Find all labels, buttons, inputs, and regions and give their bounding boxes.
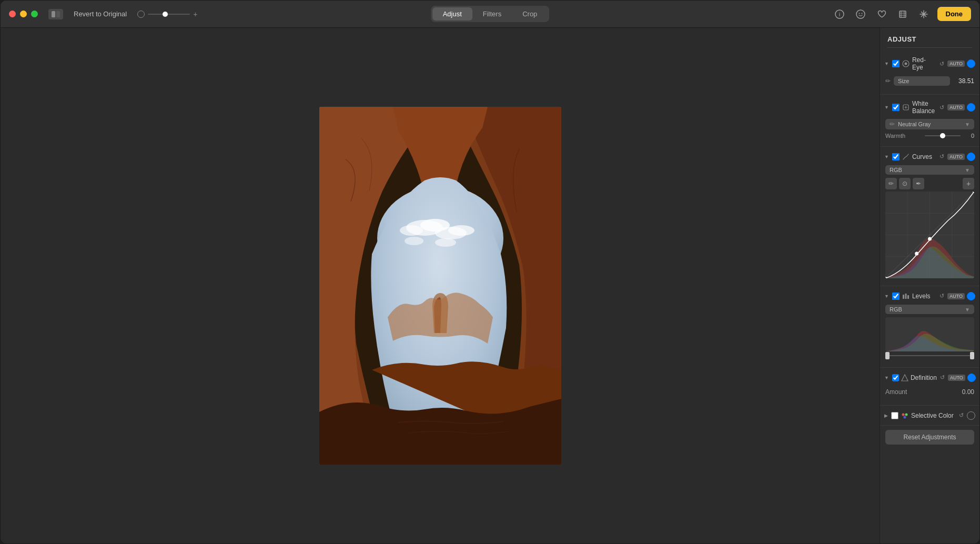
zoom-slider[interactable]: [148, 14, 190, 15]
selective-color-actions: ↺: [958, 411, 975, 420]
svg-rect-36: [905, 294, 906, 299]
wb-chevron: ▼: [884, 105, 889, 110]
level-highlight-thumb[interactable]: [970, 352, 974, 359]
curve-tool-pencil[interactable]: ✏: [885, 178, 897, 189]
levels-body: RGB ▼: [880, 303, 979, 364]
curves-chevron: ▼: [884, 154, 889, 159]
svg-point-16: [400, 225, 423, 236]
definition-actions: ↺ AUTO: [939, 373, 976, 382]
wb-icon: [902, 103, 910, 112]
curves-active-circle[interactable]: [967, 153, 975, 161]
pencil-icon[interactable]: ✏: [885, 77, 891, 85]
view-toggle-icon[interactable]: [48, 9, 63, 19]
definition-reset-icon[interactable]: ↺: [939, 373, 946, 382]
sparkle-icon[interactable]: [916, 7, 931, 22]
curves-graph[interactable]: [885, 192, 974, 278]
info-icon[interactable]: i: [832, 7, 847, 22]
wb-label: White Balance: [912, 100, 936, 115]
selective-color-header[interactable]: ▶ Selective Color ↺: [880, 409, 979, 422]
tab-crop[interactable]: Crop: [512, 7, 548, 21]
red-eye-icon: [902, 59, 910, 68]
size-label: Size: [898, 78, 909, 84]
curve-tools: ✏ ⊙ ✒ +: [885, 178, 974, 189]
level-shadow-thumb[interactable]: [885, 352, 890, 359]
curve-tool-target[interactable]: ⊙: [899, 178, 911, 189]
levels-toggle[interactable]: [892, 293, 900, 300]
warmth-value: 0: [964, 133, 974, 139]
definition-body: Amount 0.00: [880, 384, 979, 402]
definition-header[interactable]: ▼ Definition ↺ AUTO: [880, 371, 979, 384]
title-right-actions: i: [832, 7, 972, 22]
wb-preset-dropdown[interactable]: ✏ Neutral Gray ▼: [885, 119, 974, 129]
definition-toggle[interactable]: [892, 374, 899, 381]
definition-icon: [901, 374, 908, 382]
selective-color-toggle[interactable]: [891, 412, 898, 419]
red-eye-reset-icon[interactable]: ↺: [938, 59, 945, 68]
curves-channel-label: RGB: [890, 167, 965, 173]
maximize-button[interactable]: [31, 11, 38, 17]
levels-section: ▼ Levels ↺ AUTO: [880, 286, 979, 368]
white-balance-section: ▼ White Balance ↺ AUTO: [880, 95, 979, 147]
tab-filters[interactable]: Filters: [472, 7, 512, 21]
svg-point-4: [856, 10, 865, 18]
wb-active-circle[interactable]: [967, 103, 975, 112]
revert-label: Revert to Original: [74, 10, 127, 18]
levels-active-circle[interactable]: [967, 292, 975, 300]
curves-reset-icon[interactable]: ↺: [938, 152, 945, 161]
svg-point-18: [448, 225, 474, 236]
wb-reset-icon[interactable]: ↺: [938, 103, 945, 112]
selective-color-reset-icon[interactable]: ↺: [958, 411, 965, 420]
svg-marker-38: [902, 375, 908, 381]
curve-add-button[interactable]: +: [963, 178, 974, 189]
warmth-slider-track: [925, 135, 961, 136]
window-controls: [48, 9, 63, 19]
levels-reset-icon[interactable]: ↺: [938, 291, 945, 300]
amount-value: 0.00: [962, 388, 974, 396]
definition-active-circle[interactable]: [967, 374, 976, 382]
minimize-button[interactable]: [20, 11, 27, 17]
curves-channel-select[interactable]: RGB ▼: [885, 165, 974, 175]
curve-tool-pen[interactable]: ✒: [913, 178, 924, 189]
warmth-slider-thumb[interactable]: [940, 133, 945, 138]
red-eye-toggle[interactable]: [892, 60, 900, 67]
red-eye-actions: ↺ AUTO: [938, 59, 975, 68]
done-button[interactable]: Done: [937, 7, 972, 21]
red-eye-active-circle[interactable]: [967, 59, 975, 68]
wb-toggle[interactable]: [892, 104, 900, 111]
emoji-icon[interactable]: [853, 7, 868, 22]
heart-icon[interactable]: [874, 7, 889, 22]
amount-label: Amount: [885, 388, 962, 396]
reset-adjustments-button[interactable]: Reset Adjustments: [885, 430, 974, 445]
definition-label: Definition: [911, 374, 937, 381]
svg-point-40: [905, 413, 908, 416]
definition-auto-badge[interactable]: AUTO: [948, 375, 965, 381]
levels-channel-select[interactable]: RGB ▼: [885, 305, 974, 314]
size-pill: Size: [894, 76, 950, 86]
selective-color-circle[interactable]: [967, 411, 975, 420]
curves-toggle[interactable]: [892, 153, 900, 160]
red-eye-header[interactable]: ▼ Red-Eye ↺ AUTO: [880, 54, 979, 73]
tab-adjust[interactable]: Adjust: [432, 7, 472, 21]
svg-rect-37: [907, 295, 909, 299]
curves-header[interactable]: ▼ Curves ↺ AUTO: [880, 150, 979, 163]
levels-icon: [902, 292, 910, 300]
levels-header[interactable]: ▼ Levels ↺ AUTO: [880, 289, 979, 303]
curves-section: ▼ Curves ↺ AUTO: [880, 147, 979, 286]
curves-actions: ↺ AUTO: [938, 152, 975, 161]
red-eye-auto-badge[interactable]: AUTO: [947, 61, 965, 67]
curves-body: RGB ▼ ✏ ⊙ ✒ +: [880, 163, 979, 283]
selective-color-icon: [901, 411, 909, 420]
svg-point-31: [928, 237, 932, 241]
levels-graph[interactable]: [885, 317, 974, 351]
revert-button[interactable]: Revert to Original: [69, 8, 131, 20]
white-balance-header[interactable]: ▼ White Balance ↺ AUTO: [880, 98, 979, 117]
svg-point-41: [904, 416, 906, 418]
size-row: ✏ Size 38.51: [885, 75, 974, 87]
curves-auto-badge[interactable]: AUTO: [947, 154, 965, 160]
levels-auto-badge[interactable]: AUTO: [947, 293, 965, 299]
crop-overlay-icon[interactable]: [895, 7, 910, 22]
zoom-plus-icon: +: [193, 10, 197, 18]
wb-auto-badge[interactable]: AUTO: [947, 104, 965, 110]
close-button[interactable]: [9, 11, 16, 17]
panel-title: ADJUST: [880, 28, 979, 47]
